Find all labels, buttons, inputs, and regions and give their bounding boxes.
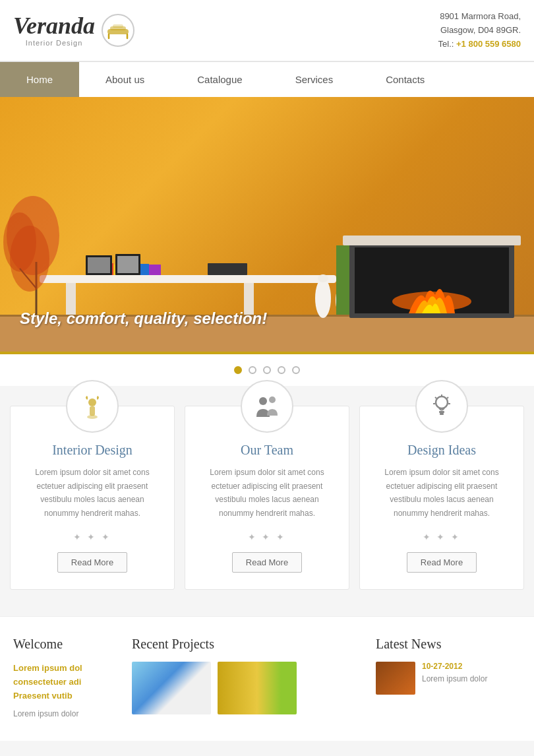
feature-icon-interior [66,380,119,433]
read-more-interior[interactable]: Read More [57,552,127,573]
svg-line-43 [447,397,448,398]
svg-rect-40 [439,411,444,413]
svg-rect-41 [440,413,444,415]
navigation: Home About us Catalogue Services Contact… [0,61,534,97]
feature-card-interior: Interior Design Lorem ipsum dolor sit am… [10,406,175,590]
feature-text-ideas: Lorem ipsum dolor sit amet cons ectetuer… [373,466,510,520]
logo-text-block: Veranda Interior Design [13,14,95,47]
feature-card-ideas: Design Ideas Lorem ipsum dolor sit amet … [359,406,524,590]
recent-thumbnails [132,662,356,714]
hero-slider: Style, comfort, quality, selection! [0,97,534,354]
feature-icon-team [241,380,293,433]
address-line2: Glasgow, D04 89GR. [438,24,521,38]
news-thumb-1 [376,662,415,695]
slider-dot-3[interactable] [263,366,271,374]
read-more-team[interactable]: Read More [232,552,302,573]
slider-dot-5[interactable] [292,366,300,374]
svg-rect-23 [208,263,247,275]
svg-point-20 [318,274,328,282]
svg-point-33 [10,226,49,292]
recent-thumb-1[interactable] [132,662,211,714]
slider-dot-2[interactable] [249,366,256,374]
svg-line-45 [435,397,436,398]
latest-title: Latest News [376,637,521,652]
svg-rect-35 [90,406,95,416]
phone-number: +1 800 559 6580 [456,39,521,49]
news-item-1: 10-27-2012 Lorem ipsum dolor [376,662,521,695]
welcome-title: Welcome [13,637,112,652]
feature-title-interior: Interior Design [24,443,161,458]
hero-divider [0,352,534,354]
features-section: Interior Design Lorem ipsum dolor sit am… [0,386,534,616]
latest-news-column: Latest News 10-27-2012 Lorem ipsum dolor [376,637,521,721]
svg-rect-16 [88,257,110,273]
address-line1: 8901 Marmora Road, [438,10,521,24]
svg-rect-18 [117,256,138,273]
logo-subtitle: Interior Design [13,39,95,47]
feature-text-team: Lorem ipsum dolor sit amet cons ectetuer… [198,466,336,520]
news-date: 10-27-2012 [422,662,487,671]
nav-catalogue[interactable]: Catalogue [171,62,268,97]
nav-services[interactable]: Services [269,62,360,97]
feature-divider-interior: ✦ ✦ ✦ [24,532,161,542]
recent-title: Recent Projects [132,637,356,652]
recent-thumb-2[interactable] [218,662,297,714]
hero-caption: Style, comfort, quality, selection! [20,309,267,328]
svg-point-36 [87,415,98,419]
feature-divider-team: ✦ ✦ ✦ [198,532,336,542]
thumb-interior-1 [132,662,211,714]
recent-projects-column: Recent Projects [132,637,356,721]
slider-dot-1[interactable] [234,366,242,374]
svg-rect-14 [149,265,161,275]
svg-rect-2 [113,24,123,28]
features-grid: Interior Design Lorem ipsum dolor sit am… [10,406,524,590]
nav-contacts[interactable]: Contacts [359,62,451,97]
header: Veranda Interior Design 8901 Marmora Roa… [0,0,534,61]
svg-rect-7 [40,275,336,283]
feature-icon-ideas [415,380,468,433]
logo-icon [102,14,134,47]
feature-divider-ideas: ✦ ✦ ✦ [373,532,510,542]
feature-text-interior: Lorem ipsum dolor sit amet cons ectetuer… [24,466,161,520]
hero-image: Style, comfort, quality, selection! [0,97,534,354]
nav-home[interactable]: Home [0,62,79,97]
svg-point-37 [259,397,267,405]
phone-line: Tel.: +1 800 559 6580 [438,38,521,51]
svg-point-19 [315,278,331,318]
nav-about[interactable]: About us [79,62,171,97]
svg-rect-28 [336,245,349,315]
svg-point-39 [436,396,448,408]
feature-card-team: Our Team Lorem ipsum dolor sit amet cons… [185,406,349,590]
welcome-link[interactable]: Lorem ipsum dol consectetuer adi Praesen… [13,662,112,703]
news-text: Lorem ipsum dolor [422,674,487,683]
bottom-section: Welcome Lorem ipsum dol consectetuer adi… [0,616,534,741]
thumb-interior-2 [218,662,297,714]
news-content: 10-27-2012 Lorem ipsum dolor [422,662,487,683]
feature-title-team: Our Team [198,443,336,458]
logo-name: Veranda [13,14,95,38]
read-more-ideas[interactable]: Read More [407,552,477,573]
welcome-column: Welcome Lorem ipsum dol consectetuer adi… [13,637,112,721]
welcome-text: Lorem ipsum dolor [13,708,112,720]
logo-area: Veranda Interior Design [13,14,134,47]
contact-info: 8901 Marmora Road, Glasgow, D04 89GR. Te… [438,10,521,51]
svg-rect-27 [343,236,521,245]
svg-point-38 [269,396,276,403]
svg-point-34 [88,398,96,406]
slider-dot-4[interactable] [278,366,285,374]
tel-label: Tel.: [438,39,454,49]
feature-title-ideas: Design Ideas [373,443,510,458]
